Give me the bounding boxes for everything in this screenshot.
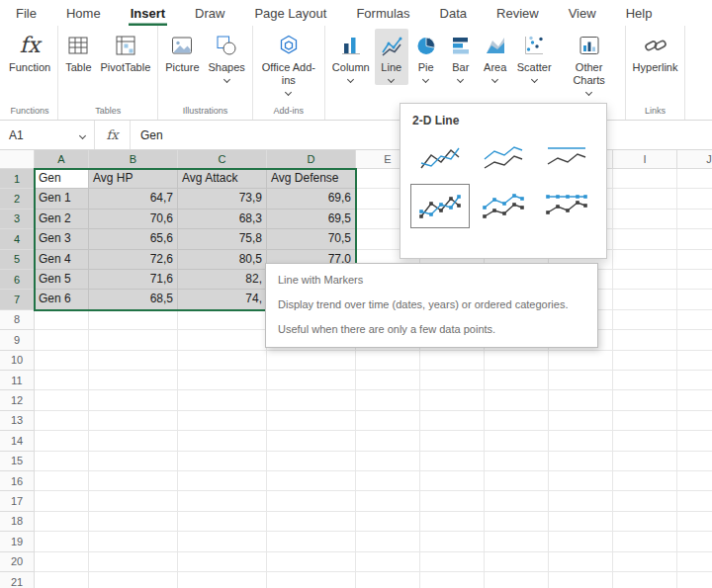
cell-H12[interactable] [549, 390, 613, 410]
cell-A10[interactable] [35, 351, 89, 371]
cell-B17[interactable] [89, 491, 178, 511]
cell-B3[interactable]: 70,6 [89, 210, 178, 229]
ribbon-button-table[interactable]: Table [61, 29, 95, 77]
cell-C1[interactable]: Avg Attack [178, 169, 267, 189]
menu-tab-home[interactable]: Home [64, 0, 103, 26]
row-header-13[interactable]: 13 [0, 411, 35, 431]
cell-J4[interactable] [677, 229, 712, 249]
row-header-11[interactable]: 11 [0, 371, 35, 390]
ribbon-button-shapes[interactable]: Shapes [205, 29, 249, 85]
cell-B4[interactable]: 65,6 [89, 229, 178, 249]
cell-B8[interactable] [89, 310, 178, 330]
ribbon-button-picture[interactable]: Picture [161, 29, 203, 77]
cell-H15[interactable] [549, 452, 613, 471]
row-header-19[interactable]: 19 [0, 532, 35, 551]
cell-J10[interactable] [677, 351, 712, 371]
cell-I4[interactable] [613, 229, 677, 249]
cell-D4[interactable]: 70,5 [267, 229, 356, 249]
cell-J17[interactable] [677, 491, 712, 511]
cell-I1[interactable] [613, 169, 677, 189]
row-header-12[interactable]: 12 [0, 390, 35, 410]
cell-C16[interactable] [178, 471, 267, 491]
corner-cell[interactable] [0, 150, 35, 169]
cell-J8[interactable] [677, 310, 712, 330]
cell-E11[interactable] [356, 371, 420, 390]
chart-type-line-with-markers[interactable] [410, 184, 470, 228]
cell-E17[interactable] [356, 491, 420, 511]
cell-G17[interactable] [485, 491, 549, 511]
cell-A6[interactable]: Gen 5 [35, 270, 89, 290]
cell-I16[interactable] [613, 471, 677, 491]
name-box[interactable]: A1 [0, 121, 95, 149]
menu-tab-insert[interactable]: Insert [129, 0, 167, 26]
cell-C5[interactable]: 80,5 [178, 250, 267, 270]
row-header-4[interactable]: 4 [0, 229, 35, 249]
row-header-21[interactable]: 21 [0, 572, 35, 588]
cell-A12[interactable] [35, 390, 89, 410]
cell-C15[interactable] [178, 452, 267, 471]
cell-A3[interactable]: Gen 2 [35, 210, 89, 229]
cell-G20[interactable] [485, 552, 549, 572]
cell-C20[interactable] [178, 552, 267, 572]
cell-D13[interactable] [267, 411, 356, 431]
cell-C21[interactable] [178, 572, 267, 588]
row-header-2[interactable]: 2 [0, 189, 35, 209]
cell-G16[interactable] [485, 471, 549, 491]
cell-A19[interactable] [35, 532, 89, 551]
menu-tab-review[interactable]: Review [494, 0, 541, 26]
cell-I20[interactable] [613, 552, 677, 572]
cell-D16[interactable] [267, 471, 356, 491]
cell-J12[interactable] [677, 390, 712, 410]
chart-type-stacked-line-with-markers[interactable] [474, 184, 533, 228]
cell-J21[interactable] [677, 572, 712, 588]
cell-A5[interactable]: Gen 4 [35, 250, 89, 270]
cell-E18[interactable] [356, 512, 420, 532]
chart-type-100-stacked-line[interactable] [537, 135, 596, 180]
cell-C2[interactable]: 73,9 [178, 189, 267, 209]
cell-E13[interactable] [356, 411, 420, 431]
cell-C19[interactable] [178, 532, 267, 551]
cell-C4[interactable]: 75,8 [178, 229, 267, 249]
cell-C8[interactable] [178, 310, 267, 330]
cell-H19[interactable] [549, 532, 613, 551]
cell-H10[interactable] [549, 351, 613, 371]
cell-A9[interactable] [35, 330, 89, 350]
cell-B14[interactable] [89, 431, 178, 451]
cell-J20[interactable] [677, 552, 712, 572]
cell-J5[interactable] [677, 250, 712, 270]
cell-I18[interactable] [613, 512, 677, 532]
cell-J2[interactable] [677, 189, 712, 209]
cell-I3[interactable] [613, 210, 677, 229]
cell-E12[interactable] [356, 390, 420, 410]
row-header-6[interactable]: 6 [0, 270, 35, 290]
ribbon-button-line[interactable]: Line [375, 29, 408, 85]
cell-A7[interactable]: Gen 6 [35, 290, 89, 309]
cell-B11[interactable] [89, 371, 178, 390]
cell-J3[interactable] [677, 210, 712, 229]
cell-F18[interactable] [420, 512, 485, 532]
column-header-D[interactable]: D [267, 150, 356, 169]
cell-I9[interactable] [613, 330, 677, 350]
row-header-1[interactable]: 1 [0, 169, 35, 189]
cell-F10[interactable] [420, 351, 485, 371]
cell-E14[interactable] [356, 431, 420, 451]
cell-C12[interactable] [178, 390, 267, 410]
cell-B5[interactable]: 72,6 [89, 250, 178, 270]
row-header-10[interactable]: 10 [0, 351, 35, 371]
row-header-16[interactable]: 16 [0, 471, 35, 491]
row-header-5[interactable]: 5 [0, 250, 35, 270]
cell-F15[interactable] [420, 452, 485, 471]
ribbon-button-pie[interactable]: Pie [409, 29, 443, 85]
row-header-18[interactable]: 18 [0, 512, 35, 532]
cell-H11[interactable] [549, 371, 613, 390]
cell-B1[interactable]: Avg HP [89, 169, 178, 189]
cell-J13[interactable] [677, 411, 712, 431]
cell-I17[interactable] [613, 491, 677, 511]
cell-D17[interactable] [267, 491, 356, 511]
cell-G15[interactable] [485, 452, 549, 471]
cell-I11[interactable] [613, 371, 677, 390]
column-header-A[interactable]: A [35, 150, 89, 169]
cell-D11[interactable] [267, 371, 356, 390]
row-header-9[interactable]: 9 [0, 330, 35, 350]
cell-F21[interactable] [420, 572, 485, 588]
